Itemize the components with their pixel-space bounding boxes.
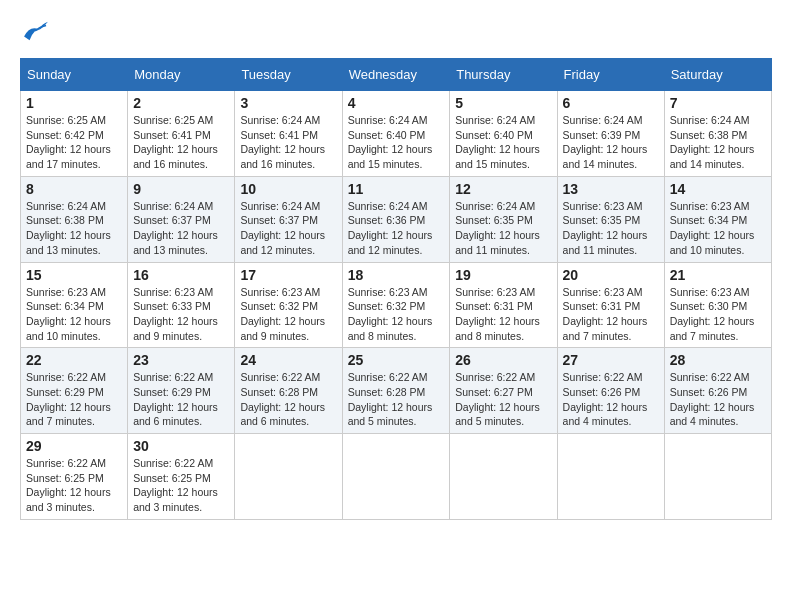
day-cell: 22 Sunrise: 6:22 AMSunset: 6:29 PMDaylig… — [21, 348, 128, 434]
day-number: 22 — [26, 352, 122, 368]
logo-bird-icon — [22, 20, 50, 42]
page-header — [20, 20, 772, 42]
weekday-header: Saturday — [664, 59, 771, 91]
day-number: 26 — [455, 352, 551, 368]
day-number: 21 — [670, 267, 766, 283]
day-info: Sunrise: 6:22 AMSunset: 6:27 PMDaylight:… — [455, 371, 540, 427]
day-number: 12 — [455, 181, 551, 197]
calendar-week-row: 29 Sunrise: 6:22 AMSunset: 6:25 PMDaylig… — [21, 434, 772, 520]
day-number: 2 — [133, 95, 229, 111]
day-info: Sunrise: 6:24 AMSunset: 6:37 PMDaylight:… — [240, 200, 325, 256]
day-info: Sunrise: 6:23 AMSunset: 6:34 PMDaylight:… — [26, 286, 111, 342]
day-number: 7 — [670, 95, 766, 111]
day-number: 9 — [133, 181, 229, 197]
day-number: 1 — [26, 95, 122, 111]
weekday-header: Tuesday — [235, 59, 342, 91]
day-info: Sunrise: 6:22 AMSunset: 6:25 PMDaylight:… — [133, 457, 218, 513]
day-number: 25 — [348, 352, 445, 368]
day-cell: 18 Sunrise: 6:23 AMSunset: 6:32 PMDaylig… — [342, 262, 450, 348]
day-info: Sunrise: 6:25 AMSunset: 6:42 PMDaylight:… — [26, 114, 111, 170]
day-cell: 15 Sunrise: 6:23 AMSunset: 6:34 PMDaylig… — [21, 262, 128, 348]
day-number: 27 — [563, 352, 659, 368]
day-info: Sunrise: 6:22 AMSunset: 6:26 PMDaylight:… — [563, 371, 648, 427]
logo — [20, 20, 50, 42]
day-number: 30 — [133, 438, 229, 454]
day-info: Sunrise: 6:23 AMSunset: 6:32 PMDaylight:… — [348, 286, 433, 342]
day-cell: 9 Sunrise: 6:24 AMSunset: 6:37 PMDayligh… — [128, 176, 235, 262]
day-cell: 25 Sunrise: 6:22 AMSunset: 6:28 PMDaylig… — [342, 348, 450, 434]
day-number: 10 — [240, 181, 336, 197]
day-cell: 11 Sunrise: 6:24 AMSunset: 6:36 PMDaylig… — [342, 176, 450, 262]
weekday-header: Wednesday — [342, 59, 450, 91]
day-number: 23 — [133, 352, 229, 368]
day-info: Sunrise: 6:23 AMSunset: 6:32 PMDaylight:… — [240, 286, 325, 342]
day-info: Sunrise: 6:22 AMSunset: 6:29 PMDaylight:… — [133, 371, 218, 427]
day-info: Sunrise: 6:24 AMSunset: 6:40 PMDaylight:… — [348, 114, 433, 170]
day-number: 13 — [563, 181, 659, 197]
day-info: Sunrise: 6:24 AMSunset: 6:40 PMDaylight:… — [455, 114, 540, 170]
day-cell: 6 Sunrise: 6:24 AMSunset: 6:39 PMDayligh… — [557, 91, 664, 177]
day-number: 4 — [348, 95, 445, 111]
day-cell: 10 Sunrise: 6:24 AMSunset: 6:37 PMDaylig… — [235, 176, 342, 262]
day-cell: 8 Sunrise: 6:24 AMSunset: 6:38 PMDayligh… — [21, 176, 128, 262]
day-cell: 28 Sunrise: 6:22 AMSunset: 6:26 PMDaylig… — [664, 348, 771, 434]
day-cell: 14 Sunrise: 6:23 AMSunset: 6:34 PMDaylig… — [664, 176, 771, 262]
day-cell: 29 Sunrise: 6:22 AMSunset: 6:25 PMDaylig… — [21, 434, 128, 520]
day-info: Sunrise: 6:23 AMSunset: 6:31 PMDaylight:… — [455, 286, 540, 342]
day-number: 5 — [455, 95, 551, 111]
day-number: 8 — [26, 181, 122, 197]
day-cell: 30 Sunrise: 6:22 AMSunset: 6:25 PMDaylig… — [128, 434, 235, 520]
calendar-week-row: 1 Sunrise: 6:25 AMSunset: 6:42 PMDayligh… — [21, 91, 772, 177]
day-cell: 1 Sunrise: 6:25 AMSunset: 6:42 PMDayligh… — [21, 91, 128, 177]
weekday-header: Thursday — [450, 59, 557, 91]
day-cell: 3 Sunrise: 6:24 AMSunset: 6:41 PMDayligh… — [235, 91, 342, 177]
day-info: Sunrise: 6:22 AMSunset: 6:25 PMDaylight:… — [26, 457, 111, 513]
calendar-week-row: 15 Sunrise: 6:23 AMSunset: 6:34 PMDaylig… — [21, 262, 772, 348]
day-cell: 2 Sunrise: 6:25 AMSunset: 6:41 PMDayligh… — [128, 91, 235, 177]
day-number: 11 — [348, 181, 445, 197]
day-cell: 17 Sunrise: 6:23 AMSunset: 6:32 PMDaylig… — [235, 262, 342, 348]
day-cell: 20 Sunrise: 6:23 AMSunset: 6:31 PMDaylig… — [557, 262, 664, 348]
day-number: 20 — [563, 267, 659, 283]
day-number: 24 — [240, 352, 336, 368]
day-cell: 13 Sunrise: 6:23 AMSunset: 6:35 PMDaylig… — [557, 176, 664, 262]
empty-day-cell — [235, 434, 342, 520]
day-cell: 24 Sunrise: 6:22 AMSunset: 6:28 PMDaylig… — [235, 348, 342, 434]
day-info: Sunrise: 6:23 AMSunset: 6:30 PMDaylight:… — [670, 286, 755, 342]
day-number: 15 — [26, 267, 122, 283]
calendar-week-row: 22 Sunrise: 6:22 AMSunset: 6:29 PMDaylig… — [21, 348, 772, 434]
day-number: 17 — [240, 267, 336, 283]
day-number: 14 — [670, 181, 766, 197]
day-info: Sunrise: 6:22 AMSunset: 6:29 PMDaylight:… — [26, 371, 111, 427]
day-number: 29 — [26, 438, 122, 454]
day-number: 6 — [563, 95, 659, 111]
day-number: 16 — [133, 267, 229, 283]
day-info: Sunrise: 6:23 AMSunset: 6:33 PMDaylight:… — [133, 286, 218, 342]
day-cell: 16 Sunrise: 6:23 AMSunset: 6:33 PMDaylig… — [128, 262, 235, 348]
day-info: Sunrise: 6:23 AMSunset: 6:31 PMDaylight:… — [563, 286, 648, 342]
calendar-table: SundayMondayTuesdayWednesdayThursdayFrid… — [20, 58, 772, 520]
day-info: Sunrise: 6:24 AMSunset: 6:41 PMDaylight:… — [240, 114, 325, 170]
day-info: Sunrise: 6:23 AMSunset: 6:34 PMDaylight:… — [670, 200, 755, 256]
day-info: Sunrise: 6:24 AMSunset: 6:39 PMDaylight:… — [563, 114, 648, 170]
day-cell: 23 Sunrise: 6:22 AMSunset: 6:29 PMDaylig… — [128, 348, 235, 434]
weekday-header: Sunday — [21, 59, 128, 91]
day-info: Sunrise: 6:24 AMSunset: 6:36 PMDaylight:… — [348, 200, 433, 256]
empty-day-cell — [664, 434, 771, 520]
day-cell: 4 Sunrise: 6:24 AMSunset: 6:40 PMDayligh… — [342, 91, 450, 177]
day-cell: 26 Sunrise: 6:22 AMSunset: 6:27 PMDaylig… — [450, 348, 557, 434]
weekday-header: Friday — [557, 59, 664, 91]
empty-day-cell — [342, 434, 450, 520]
day-info: Sunrise: 6:22 AMSunset: 6:26 PMDaylight:… — [670, 371, 755, 427]
day-info: Sunrise: 6:22 AMSunset: 6:28 PMDaylight:… — [348, 371, 433, 427]
day-info: Sunrise: 6:25 AMSunset: 6:41 PMDaylight:… — [133, 114, 218, 170]
day-number: 3 — [240, 95, 336, 111]
day-number: 19 — [455, 267, 551, 283]
day-info: Sunrise: 6:22 AMSunset: 6:28 PMDaylight:… — [240, 371, 325, 427]
day-info: Sunrise: 6:24 AMSunset: 6:37 PMDaylight:… — [133, 200, 218, 256]
empty-day-cell — [557, 434, 664, 520]
weekday-header: Monday — [128, 59, 235, 91]
day-cell: 12 Sunrise: 6:24 AMSunset: 6:35 PMDaylig… — [450, 176, 557, 262]
day-info: Sunrise: 6:24 AMSunset: 6:38 PMDaylight:… — [670, 114, 755, 170]
empty-day-cell — [450, 434, 557, 520]
